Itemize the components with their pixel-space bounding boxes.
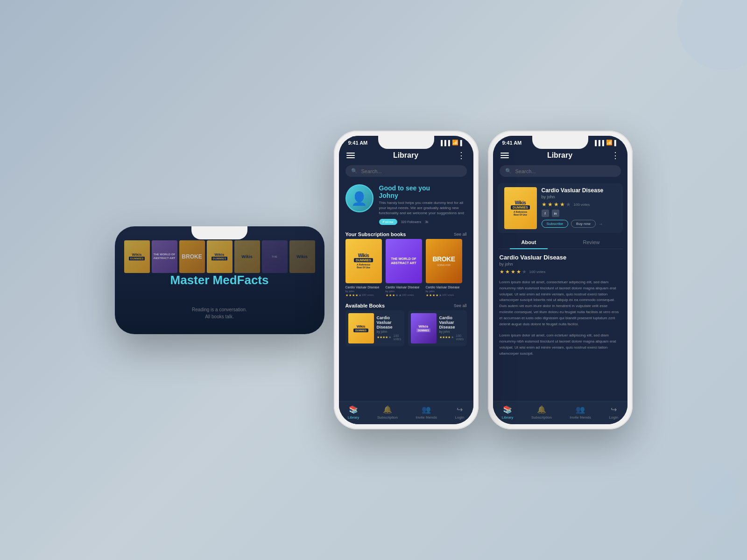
sub-book-3-author: by john [426, 290, 462, 293]
subscription-see-all[interactable]: See all [454, 232, 467, 237]
linkedin-icon[interactable]: in [552, 210, 559, 217]
sub-book-3-cover: BROKE GOING FOR [426, 239, 462, 283]
bottom-nav3: 📚 Library 🔔 Subscription 👥 Invite friend… [493, 401, 627, 424]
ham-line3-3 [500, 157, 509, 158]
nav-invite3[interactable]: 👥 Invite friends [570, 405, 591, 420]
header-title2: Library [393, 151, 418, 160]
sub-book-3-title: Cardio Vasluar Disease [426, 285, 462, 289]
nav-subscription-label3: Subscription [531, 415, 552, 420]
detail-screen: 9:41 AM ▐▐▐ 📶 ▌ Library ⋮ [493, 136, 627, 424]
ham-line2 [346, 155, 355, 156]
nav-subscription2[interactable]: 🔔 Subscription [377, 405, 398, 420]
avail-book-1-cover: Wikis DUMMIES [348, 313, 374, 343]
nav-library-label3: Library [502, 415, 513, 420]
about-author: by john [500, 262, 621, 266]
subscription-header: Your Subscription books See all [339, 229, 473, 239]
avail-book-2[interactable]: Wikis DUMMIES Cardio Vasluar Disease by … [408, 310, 467, 346]
nav-invite2[interactable]: 👥 Invite friends [416, 405, 437, 420]
nav-login-label2: Login [455, 415, 465, 420]
detail-cover: Wikis DUMMIES A ReferenceBest Of Use [504, 187, 537, 229]
tagline-line1: Reading is a conversation. [192, 306, 247, 313]
hamburger-menu3[interactable] [500, 153, 509, 158]
notch [191, 226, 247, 239]
phone1-splash: Wikis DUMMIES THE WORLD OF ABSTRACT ART … [115, 226, 324, 334]
background-books: Wikis DUMMIES THE WORLD OF ABSTRACT ART … [124, 240, 315, 273]
detail-votes: 100 votes [574, 203, 590, 207]
nav-library2[interactable]: 📚 Library [348, 405, 359, 420]
sub-book-1-author: by john [345, 290, 382, 293]
search-input2[interactable] [361, 168, 461, 174]
logo-text-medfacts: MedFacts [213, 273, 269, 287]
phone2-library: 9:41 AM ▐▐▐ 📶 ▌ Library ⋮ [334, 131, 479, 429]
avail-book-2-stars: ★★★★★ 100 votes [439, 334, 464, 341]
ham-line3 [346, 157, 355, 158]
app-logo: Master MedFacts [170, 273, 269, 287]
about-stars: ★ ★ ★ ★ ★ 100 votes [500, 269, 621, 275]
nav-login2[interactable]: ↪ Login [455, 405, 465, 420]
avail-book-2-info: Cardio Vasluar Disease by john ★★★★★ 100… [439, 315, 464, 341]
phone3-detail: 9:41 AM ▐▐▐ 📶 ▌ Library ⋮ [488, 131, 633, 429]
avail-book-1[interactable]: Wikis DUMMIES Cardio Vasluar Disease by … [345, 310, 404, 346]
tab-about[interactable]: About [498, 236, 560, 249]
facebook-icon[interactable]: f [542, 210, 549, 217]
notch3 [532, 136, 588, 149]
book-detail-hero: Wikis DUMMIES A ReferenceBest Of Use Car… [498, 183, 623, 233]
about-content: Cardio Vasluar Disease by john ★ ★ ★ ★ ★… [493, 249, 627, 401]
app-header2: Library ⋮ [339, 147, 473, 163]
nav-invite-label3: Invite friends [570, 415, 591, 420]
profile-section: 👤 Good to see you Johny This handy tool … [339, 181, 473, 229]
nav-invite-icon3: 👥 [576, 405, 585, 414]
nav-library3[interactable]: 📚 Library [502, 405, 513, 420]
signal-icon3: ▐▐▐ [593, 140, 604, 146]
hamburger-menu2[interactable] [346, 153, 355, 158]
bg-book-wikis-4: Wikis [289, 240, 315, 273]
status-icons2: ▐▐▐ 📶 ▌ [439, 140, 464, 146]
nav-login-label3: Login [609, 415, 619, 420]
available-books-list: Wikis DUMMIES Cardio Vasluar Disease by … [339, 310, 473, 349]
available-see-all[interactable]: See all [454, 303, 467, 308]
available-title: Available Books [345, 303, 385, 308]
sub-book-1[interactable]: Wikis DUMMIES A ReferenceBest Of Use Car… [345, 239, 382, 297]
subscribe-button[interactable]: Subscribe [542, 220, 569, 228]
ham-line1 [346, 153, 355, 154]
greeting-text: Good to see you Johny [379, 184, 467, 199]
bg-book-broke: BROKE [179, 240, 205, 273]
nav-library-label2: Library [348, 415, 359, 420]
nav-subscription3[interactable]: 🔔 Subscription [531, 405, 552, 420]
nav-login-icon2: ↪ [457, 405, 463, 414]
more-options3[interactable]: ⋮ [611, 150, 620, 161]
about-votes: 100 votes [529, 270, 546, 274]
search-bar3[interactable]: 🔍 [500, 165, 621, 177]
nav-login3[interactable]: ↪ Login [609, 405, 619, 420]
status-time3: 9:41 AM [502, 140, 522, 146]
detail-tabs: About Review [498, 236, 623, 249]
sub-book-3[interactable]: BROKE GOING FOR Cardio Vasluar Disease b… [426, 239, 462, 297]
profile-stats: Follow 320 Followers 3k [379, 219, 467, 225]
nav-subscription-label2: Subscription [377, 415, 398, 420]
subscription-books-scroll: Wikis DUMMIES A ReferenceBest Of Use Car… [339, 239, 473, 300]
about-title: Cardio Vasluar Disease [500, 254, 621, 261]
tab-review[interactable]: Review [560, 236, 623, 249]
nav-login-icon3: ↪ [611, 405, 617, 414]
follow-button[interactable]: Follow [379, 219, 397, 225]
sub-book-3-stars: ★★★★★ 100 votes [426, 294, 462, 297]
search-bar2[interactable]: 🔍 [345, 165, 467, 177]
followers-stat: 320 Followers [401, 220, 422, 224]
sub-book-2[interactable]: THE WORLD OF ABSTRACT ART Cardio Vasluar… [386, 239, 422, 297]
detail-info: Cardio Vasluar Disease by john ★ ★ ★ ★ ★… [542, 187, 616, 228]
available-header: Available Books See all [339, 300, 473, 310]
about-text-1: Lorem ipsum dolor sit amet, consectetuer… [500, 280, 621, 327]
expand-icon[interactable]: → [599, 221, 603, 226]
avail-book-2-author: by john [439, 330, 464, 333]
avail-book-1-stars: ★★★★★ 100 votes [377, 334, 402, 341]
bg-book-wikis-2: Wikis DUMMIES [207, 240, 233, 273]
detail-actions: Subscribe Buy now → [542, 220, 616, 228]
ham-line1-3 [500, 153, 509, 154]
buynow-button[interactable]: Buy now [571, 220, 596, 228]
status-time2: 9:41 AM [348, 140, 368, 146]
likes-stat: 3k [425, 220, 428, 224]
sub-book-1-title: Cardio Vasluar Disease [345, 285, 382, 289]
more-options2[interactable]: ⋮ [457, 150, 466, 161]
search-input3[interactable] [515, 168, 615, 174]
sub-book-2-author: by john [386, 290, 422, 293]
